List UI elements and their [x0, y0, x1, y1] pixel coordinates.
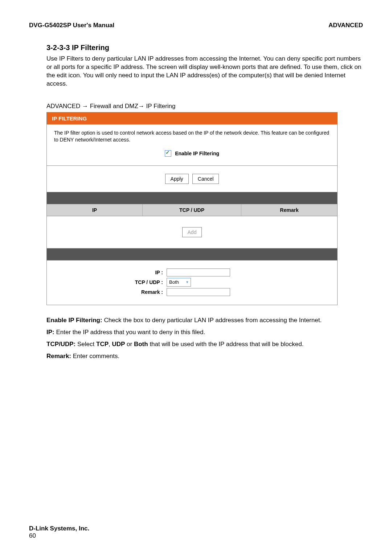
def-remark-label: Remark: — [46, 353, 71, 360]
column-ip: IP — [47, 204, 143, 216]
ip-filtering-panel: IP FILTERING The IP filter option is use… — [46, 112, 338, 305]
tcp-udp-select-value: Both — [167, 279, 184, 285]
column-tcp-udp: TCP / UDP — [143, 204, 241, 216]
footer-company: D-Link Systems, Inc. — [29, 525, 89, 532]
apply-button[interactable]: Apply — [165, 174, 189, 184]
section-heading: 3-2-3-3 IP Filtering — [46, 44, 363, 52]
tcp-udp-select[interactable]: Both ▾ — [167, 278, 191, 287]
cancel-button[interactable]: Cancel — [192, 174, 219, 184]
def-remark-text: Enter comments. — [73, 353, 120, 360]
definitions-block: Enable IP Filtering: Check the box to de… — [46, 315, 363, 361]
column-remark: Remark — [241, 204, 337, 216]
breadcrumb: ADVANCED → Firewall and DMZ→ IP Filterin… — [46, 103, 363, 110]
tcp-udp-field-label: TCP / UDP : — [54, 279, 167, 285]
ip-field-label: IP : — [54, 270, 167, 275]
header-section: ADVANCED — [328, 22, 363, 29]
remark-field-label: Remark : — [54, 289, 167, 295]
def-tcpudp-udp: UDP — [112, 341, 125, 348]
def-tcpudp-tcp: TCP — [96, 341, 109, 348]
def-tcpudp-both: Both — [134, 341, 148, 348]
divider-bar-bottom — [47, 249, 337, 260]
add-button[interactable]: Add — [182, 227, 202, 237]
filter-table-header: IP TCP / UDP Remark — [47, 204, 337, 216]
def-enable-label: Enable IP Filtering: — [46, 317, 102, 324]
enable-ip-filtering-checkbox[interactable] — [165, 150, 171, 157]
divider-bar-top — [47, 192, 337, 204]
ip-input[interactable] — [167, 268, 230, 276]
chevron-down-icon: ▾ — [184, 278, 191, 286]
panel-title: IP FILTERING — [47, 112, 337, 124]
filter-edit-form: IP : TCP / UDP : Both ▾ Remark : — [47, 260, 337, 305]
footer-page-number: 60 — [29, 532, 89, 539]
panel-description: The IP filter option is used to control … — [54, 130, 330, 143]
manual-title: DVG-G5402SP User's Manual — [29, 22, 114, 29]
def-tcpudp-pre: Select — [77, 341, 96, 348]
def-tcpudp-label: TCP/UDP: — [46, 341, 75, 348]
remark-input[interactable] — [167, 288, 230, 296]
def-ip-text: Enter the IP address that you want to de… — [56, 329, 205, 336]
enable-ip-filtering-label: Enable IP Filtering — [175, 151, 219, 156]
def-ip-label: IP: — [46, 329, 54, 336]
def-tcpudp-post: that will be used with the IP address th… — [150, 341, 303, 348]
intro-paragraph: Use IP Filters to deny particular LAN IP… — [46, 55, 363, 88]
def-enable-text: Check the box to deny particular LAN IP … — [104, 317, 322, 324]
